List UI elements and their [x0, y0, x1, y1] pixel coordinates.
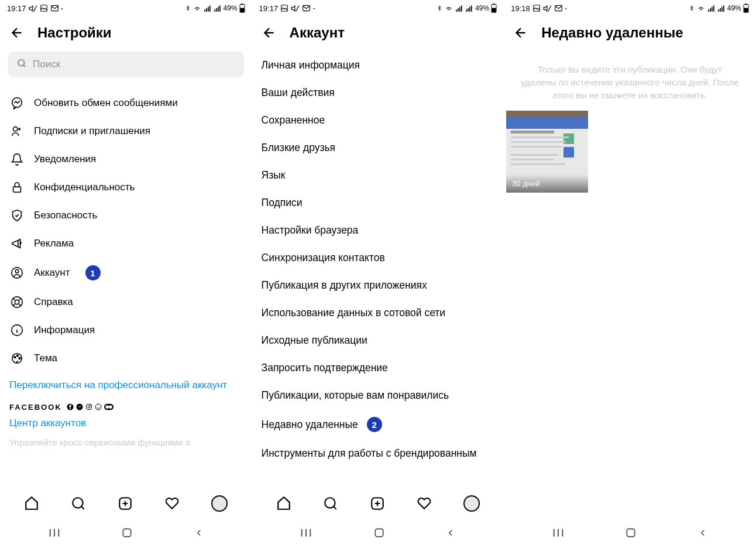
svg-rect-79	[627, 529, 635, 536]
nav-home-icon[interactable]	[24, 496, 39, 511]
account-item-contacts-sync[interactable]: Синхронизация контактов	[262, 244, 495, 272]
account-item-close-friends[interactable]: Близкие друзья	[262, 134, 495, 162]
svg-rect-17	[13, 187, 21, 192]
signal-icon-2	[465, 4, 473, 12]
settings-item-privacy[interactable]: Конфиденциальность	[9, 173, 243, 201]
nav-home-icon[interactable]	[276, 496, 291, 511]
sys-back-icon[interactable]	[697, 528, 708, 540]
nav-search-icon[interactable]	[323, 496, 338, 511]
settings-item-security[interactable]: Безопасность	[9, 201, 243, 230]
svg-rect-71	[721, 7, 723, 12]
svg-rect-12	[241, 4, 243, 5]
sys-recents-icon[interactable]	[48, 528, 61, 540]
battery-icon	[743, 4, 749, 13]
svg-rect-5	[208, 7, 209, 12]
settings-item-label: Аккаунт	[34, 267, 70, 279]
svg-point-14	[18, 60, 25, 66]
account-item-captions[interactable]: Подписи	[262, 189, 495, 217]
account-item-branded-content[interactable]: Инструменты для работы с брендированным	[262, 440, 495, 467]
account-item-verification[interactable]: Запросить подтверждение	[262, 354, 495, 382]
switch-professional-link[interactable]: Переключиться на профессиональный аккаун…	[9, 372, 243, 396]
help-icon	[9, 296, 25, 309]
settings-item-theme[interactable]: Тема	[9, 344, 243, 372]
account-item-saved[interactable]: Сохраненное	[262, 107, 495, 134]
nav-search-icon[interactable]	[71, 496, 86, 511]
accounts-center-link[interactable]: Центр аккаунтов	[9, 416, 243, 434]
screen-settings: 19:17 • 49% Настройки Поиск Обновить обм…	[0, 0, 252, 548]
search-input[interactable]: Поиск	[8, 52, 244, 77]
account-item-personal-info[interactable]: Личная информация	[262, 52, 495, 79]
svg-point-21	[15, 300, 19, 304]
mail-icon	[50, 4, 59, 12]
account-icon	[9, 266, 25, 279]
dot-icon: •	[61, 6, 63, 11]
settings-item-account[interactable]: Аккаунт 1	[9, 258, 243, 288]
svg-rect-75	[744, 8, 748, 12]
wifi-icon	[444, 4, 453, 12]
nav-activity-icon[interactable]	[164, 496, 180, 511]
settings-item-notifications[interactable]: Уведомления	[9, 145, 243, 173]
settings-item-ads[interactable]: Реклама	[9, 230, 243, 258]
sys-recents-icon[interactable]	[300, 528, 312, 540]
svg-rect-66	[710, 8, 711, 12]
nav-profile-icon[interactable]	[463, 495, 480, 512]
sys-home-icon[interactable]	[625, 527, 637, 541]
account-item-language[interactable]: Язык	[262, 162, 495, 189]
sys-recents-icon[interactable]	[552, 528, 565, 540]
sys-home-icon[interactable]	[121, 527, 133, 541]
image-icon	[532, 4, 541, 12]
status-time: 19:18	[511, 4, 530, 13]
status-bar: 19:18 • 49%	[504, 0, 756, 16]
settings-item-about[interactable]: Информация	[9, 316, 243, 344]
mail-icon	[554, 4, 563, 12]
account-item-original-posts[interactable]: Исходные публикации	[262, 327, 495, 354]
svg-rect-3	[204, 9, 205, 12]
svg-rect-9	[218, 7, 219, 12]
svg-rect-68	[713, 5, 714, 11]
settings-item-messaging[interactable]: Обновить обмен сообщениями	[9, 89, 243, 117]
sys-back-icon[interactable]	[194, 528, 204, 540]
back-icon[interactable]	[513, 25, 528, 40]
account-item-recently-deleted[interactable]: Недавно удаленные 2	[262, 409, 495, 440]
mute-icon	[29, 4, 37, 13]
account-item-liked-posts[interactable]: Публикации, которые вам понравились	[262, 382, 495, 409]
settings-item-help[interactable]: Справка	[9, 288, 243, 316]
nav-add-icon[interactable]	[370, 496, 385, 511]
battery-percent: 49%	[475, 4, 489, 12]
svg-point-26	[19, 358, 20, 359]
shield-icon	[9, 209, 25, 222]
battery-icon	[239, 4, 245, 13]
svg-rect-67	[712, 7, 713, 12]
sys-home-icon[interactable]	[373, 527, 385, 541]
signal-icon-2	[214, 4, 222, 12]
svg-line-0	[33, 5, 36, 11]
sys-back-icon[interactable]	[445, 528, 456, 540]
battery-percent: 49%	[727, 4, 741, 12]
settings-item-label: Конфиденциальность	[34, 181, 135, 193]
system-nav	[252, 520, 504, 548]
svg-rect-48	[461, 5, 462, 11]
deleted-post-days-label: 30 дней	[506, 174, 588, 193]
nav-add-icon[interactable]	[118, 496, 133, 511]
messenger-icon	[9, 97, 25, 109]
account-item-activity[interactable]: Ваши действия	[262, 79, 495, 107]
deleted-grid: 30 дней	[504, 111, 756, 193]
facebook-label: FACEBOOK	[9, 403, 62, 412]
account-item-browser[interactable]: Настройки браузера	[262, 217, 495, 244]
back-icon[interactable]	[9, 25, 25, 40]
svg-point-56	[325, 498, 335, 508]
account-item-cellular-data[interactable]: Использование данных в сотовой сети	[262, 299, 495, 327]
svg-rect-61	[375, 529, 383, 536]
settings-item-label: Реклама	[34, 238, 74, 249]
nav-activity-icon[interactable]	[417, 496, 432, 511]
account-item-sharing-apps[interactable]: Публикация в других приложениях	[262, 272, 495, 299]
nav-profile-icon[interactable]	[211, 495, 228, 512]
back-icon[interactable]	[262, 25, 277, 40]
svg-point-30	[88, 406, 90, 408]
deleted-post-thumbnail[interactable]: 30 дней	[506, 111, 588, 193]
recently-deleted-info: Только вы видите эти публикации. Они буд…	[504, 52, 756, 111]
settings-item-label: Тема	[34, 352, 57, 364]
bluetooth-icon	[689, 4, 695, 12]
settings-item-follow[interactable]: Подписки и приглашения	[9, 117, 243, 145]
megaphone-icon	[9, 237, 25, 250]
